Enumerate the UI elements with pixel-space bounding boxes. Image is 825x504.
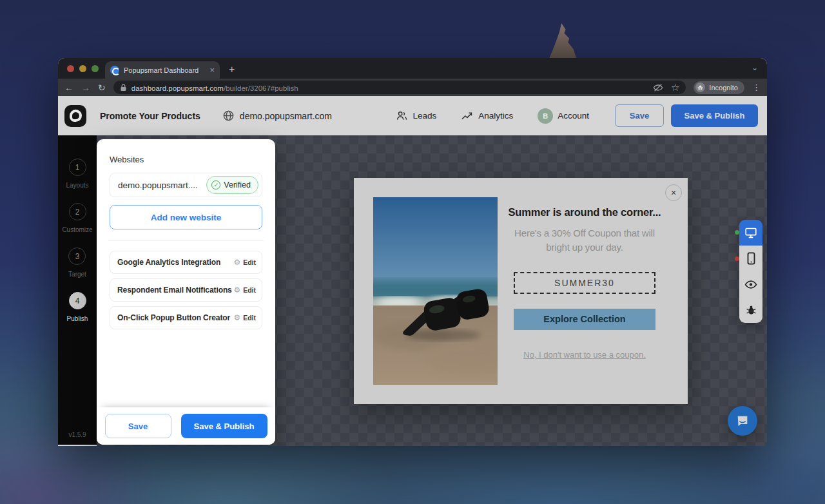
header-save-button[interactable]: Save xyxy=(615,104,664,127)
desktop-icon xyxy=(744,227,757,238)
step-number: 4 xyxy=(69,292,86,309)
tab-title: Popupsmart Dashboard xyxy=(124,66,205,74)
popup-beach-image xyxy=(373,197,498,385)
nav-leads[interactable]: Leads xyxy=(396,110,436,121)
popup-preview-card: × xyxy=(354,178,688,404)
account-avatar: B xyxy=(538,108,553,124)
step-target[interactable]: 3 Target xyxy=(68,247,86,278)
website-row[interactable]: demo.popupsmart.... ✓ Verified xyxy=(110,173,262,197)
browser-window: Popupsmart Dashboard × + ⌄ ← → ↻ dashboa… xyxy=(58,58,767,446)
window-controls[interactable] xyxy=(67,65,99,72)
url-text: dashboard.popupsmart.com/builder/32067#p… xyxy=(131,82,298,93)
panel-save-publish-button[interactable]: Save & Publish xyxy=(181,414,267,438)
mobile-status-dot xyxy=(735,257,739,261)
url-path: /builder/32067#publish xyxy=(224,84,298,92)
header-save-publish-button[interactable]: Save & Publish xyxy=(671,104,758,127)
debug-button[interactable] xyxy=(739,297,762,323)
leads-icon xyxy=(396,110,408,121)
add-new-website-button[interactable]: Add new website xyxy=(110,205,262,229)
analytics-icon xyxy=(461,111,474,121)
incognito-label: Incognito xyxy=(709,84,738,92)
publish-settings-panel: Websites demo.popupsmart.... ✓ Verified … xyxy=(97,139,275,445)
bookmark-star-icon[interactable]: ☆ xyxy=(671,82,679,92)
step-publish[interactable]: 4 Publish xyxy=(67,292,88,322)
edit-label: Edit xyxy=(243,314,256,322)
integration-row-google-analytics[interactable]: Google Analytics Integration ⚙ Edit xyxy=(110,251,262,274)
verified-label: Verified xyxy=(224,180,251,189)
edit-button[interactable]: ⚙ Edit xyxy=(233,286,256,294)
step-label: Target xyxy=(68,271,86,278)
eye-icon xyxy=(744,280,757,289)
reload-icon[interactable]: ↻ xyxy=(98,83,106,92)
zoom-window-button[interactable] xyxy=(92,65,99,72)
browser-tab[interactable]: Popupsmart Dashboard × xyxy=(105,61,220,79)
app-header: Promote Your Products demo.popupsmart.co… xyxy=(58,96,767,135)
nav-account[interactable]: B Account xyxy=(538,108,589,124)
forward-icon[interactable]: → xyxy=(81,83,90,92)
verified-badge: ✓ Verified xyxy=(206,176,258,194)
browser-menu-icon[interactable]: ⋮ xyxy=(752,82,761,92)
account-label: Account xyxy=(558,111,589,121)
minimize-window-button[interactable] xyxy=(79,65,86,72)
coupon-code-box[interactable]: SUMMER30 xyxy=(514,272,655,294)
chat-widget-button[interactable] xyxy=(728,406,757,436)
preview-visibility-button[interactable] xyxy=(739,271,762,297)
website-name: demo.popupsmart.... xyxy=(118,180,206,190)
desktop-status-dot xyxy=(735,230,739,235)
incognito-icon xyxy=(695,82,705,92)
website-selector[interactable]: demo.popupsmart.com xyxy=(222,110,332,122)
edit-button[interactable]: ⚙ Edit xyxy=(233,314,256,322)
divider xyxy=(108,240,264,241)
chevron-down-icon[interactable]: ⌄ xyxy=(752,63,758,72)
panel-save-button[interactable]: Save xyxy=(105,414,171,438)
dismiss-coupon-link[interactable]: No, I don't want to use a coupon. xyxy=(520,349,649,362)
edit-label: Edit xyxy=(243,258,256,266)
step-customize[interactable]: 2 Customize xyxy=(62,203,92,233)
lock-icon xyxy=(120,84,127,92)
integration-label: Google Analytics Integration xyxy=(117,258,233,267)
integration-label: Respondent Email Notifications xyxy=(117,286,233,295)
gear-icon: ⚙ xyxy=(233,258,240,266)
popup-content: Summer is around the corner... Here's a … xyxy=(504,178,665,404)
step-label: Customize xyxy=(62,226,92,233)
popup-close-button[interactable]: × xyxy=(665,184,682,201)
chat-bubble-icon xyxy=(735,414,750,428)
eye-off-icon[interactable] xyxy=(653,83,663,92)
popup-headline: Summer is around the corner... xyxy=(504,206,665,218)
step-label: Publish xyxy=(67,315,88,322)
browser-tab-strip: Popupsmart Dashboard × + ⌄ xyxy=(58,58,767,79)
edit-button[interactable]: ⚙ Edit xyxy=(233,258,256,266)
mobile-preview-button[interactable] xyxy=(739,246,762,271)
address-bar[interactable]: dashboard.popupsmart.com/builder/32067#p… xyxy=(113,81,686,94)
explore-collection-button[interactable]: Explore Collection xyxy=(514,309,655,330)
campaign-title: Promote Your Products xyxy=(100,111,200,121)
new-tab-button[interactable]: + xyxy=(229,64,235,79)
app-body: 1 Layouts 2 Customize 3 Target 4 Publish… xyxy=(58,135,767,446)
back-icon[interactable]: ← xyxy=(64,83,73,92)
url-domain: dashboard.popupsmart.com xyxy=(131,84,224,92)
desktop-preview-button[interactable] xyxy=(739,220,762,246)
tab-close-icon[interactable]: × xyxy=(209,66,215,74)
device-toolbar xyxy=(739,220,762,323)
browser-toolbar: ← → ↻ dashboard.popupsmart.com/builder/3… xyxy=(58,79,767,96)
nav-analytics[interactable]: Analytics xyxy=(461,111,513,121)
websites-section-title: Websites xyxy=(110,155,262,164)
app-version: v1.5.9 xyxy=(68,431,86,438)
panel-footer: Save Save & Publish xyxy=(97,407,275,445)
popupsmart-logo[interactable] xyxy=(64,105,86,127)
globe-icon xyxy=(222,110,235,122)
integration-label: On-Click Popup Button Creator xyxy=(117,313,233,322)
bug-icon xyxy=(746,304,757,316)
step-number: 1 xyxy=(69,159,86,176)
gear-icon: ⚙ xyxy=(233,286,240,294)
close-window-button[interactable] xyxy=(67,65,74,72)
incognito-badge: Incognito xyxy=(694,81,744,94)
leads-label: Leads xyxy=(412,111,436,121)
integration-row-email-notifications[interactable]: Respondent Email Notifications ⚙ Edit xyxy=(110,278,262,302)
gear-icon: ⚙ xyxy=(233,314,240,322)
mobile-icon xyxy=(746,252,756,265)
integration-row-onclick-button[interactable]: On-Click Popup Button Creator ⚙ Edit xyxy=(110,306,262,329)
analytics-label: Analytics xyxy=(478,111,513,121)
step-layouts[interactable]: 1 Layouts xyxy=(66,159,88,189)
popupsmart-favicon xyxy=(110,66,119,75)
